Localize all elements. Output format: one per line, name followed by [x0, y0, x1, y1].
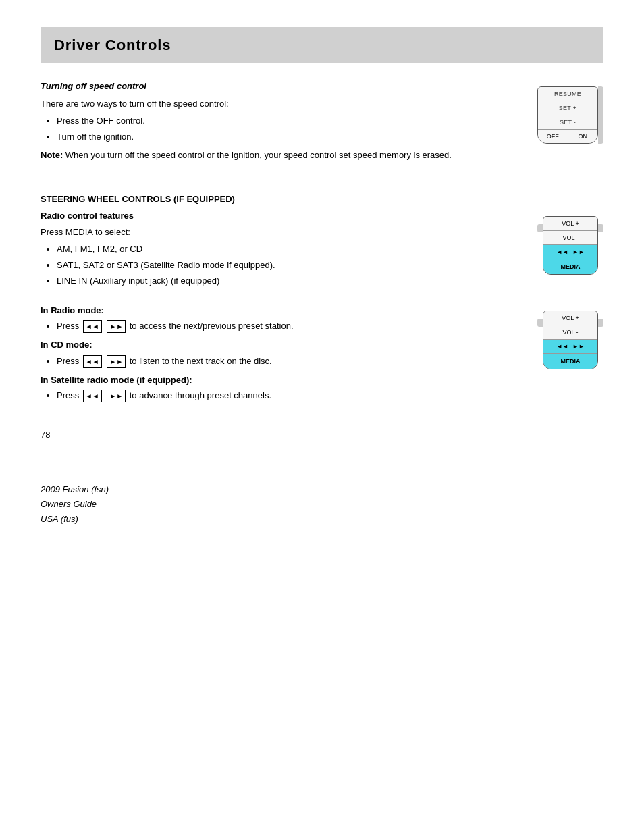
resume-btn: RESUME	[538, 87, 597, 101]
turning-off-intro: There are two ways to turn off the speed…	[41, 97, 524, 111]
vol-minus-btn-2: VOL -	[543, 325, 597, 340]
satellite-mode-bullets: Press ◄◄ ►► to advance through preset ch…	[57, 389, 524, 402]
steering-section: STEERING WHEEL CONTROLS (IF EQUIPPED) Ra…	[41, 192, 603, 409]
page-container: Driver Controls Turning off speed contro…	[41, 27, 603, 527]
list-item: Turn off the ignition.	[57, 130, 524, 144]
footer-line1: 2009 Fusion (fsn)	[41, 482, 603, 497]
speed-panel: RESUME SET + SET - OFF ON	[537, 86, 598, 144]
vol-plus-btn: VOL +	[543, 217, 597, 231]
note-label: Note:	[41, 150, 63, 160]
panel-left-nub	[537, 224, 543, 232]
skip-back-icon-1: ◄◄	[83, 320, 102, 333]
panel-right-nub-2	[598, 319, 603, 327]
cd-mode-heading: In CD mode:	[41, 338, 524, 352]
page-title: Driver Controls	[54, 36, 590, 54]
vol-plus-btn-2: VOL +	[543, 311, 597, 325]
note-body: When you turn off the speed control or t…	[63, 150, 452, 160]
radio-panel-1: VOL + VOL - ◄◄ ►► MEDIA	[543, 216, 598, 275]
cd-mode-bullets: Press ◄◄ ►► to listen to the next track …	[57, 355, 524, 368]
turning-off-text: Turning off speed control There are two …	[41, 80, 524, 167]
turning-off-subtitle: Turning off speed control	[41, 80, 524, 93]
prev-track-icon-2: ◄◄	[556, 343, 568, 350]
radio-features-text: Radio control features Press MEDIA to se…	[41, 209, 524, 293]
page-number: 78	[41, 428, 603, 442]
header-banner: Driver Controls	[41, 27, 603, 63]
radio-panel-wrapper-2: VOL + VOL - ◄◄ ►► MEDIA	[537, 304, 603, 369]
skip-back-icon-3: ◄◄	[83, 390, 102, 402]
footer: 2009 Fusion (fsn) Owners Guide USA (fus)	[41, 482, 603, 527]
skip-back-icon-2: ◄◄	[83, 355, 102, 368]
modes-text: In Radio mode: Press ◄◄ ►► to access the…	[41, 304, 524, 409]
steering-heading: STEERING WHEEL CONTROLS (IF EQUIPPED)	[41, 192, 603, 206]
note-text: Note: When you turn off the speed contro…	[41, 149, 524, 162]
set-minus-btn: SET -	[538, 115, 597, 130]
prev-track-icon: ◄◄	[556, 249, 568, 255]
satellite-mode-post: to advance through preset channels.	[130, 390, 271, 400]
press-label-1: Press	[57, 321, 79, 331]
radio-panel-wrapper-1: VOL + VOL - ◄◄ ►► MEDIA	[537, 209, 603, 275]
skip-fwd-icon-2: ►►	[107, 355, 126, 368]
track-row-1: ◄◄ ►►	[543, 245, 597, 259]
media-btn-2: MEDIA	[543, 354, 597, 369]
radio-mode-bullets: Press ◄◄ ►► to access the next/previous …	[57, 319, 524, 333]
radio-panel-image-1: VOL + VOL - ◄◄ ►► MEDIA	[537, 209, 603, 275]
next-track-icon: ►►	[572, 249, 585, 255]
off-on-row: OFF ON	[538, 130, 597, 143]
set-plus-btn: SET +	[538, 101, 597, 115]
speed-panel-image: RESUME SET + SET - OFF ON	[537, 80, 603, 167]
radio-features-bullets: AM, FM1, FM2, or CD SAT1, SAT2 or SAT3 (…	[57, 242, 524, 288]
skip-fwd-icon-3: ►►	[107, 390, 126, 402]
modes-section: In Radio mode: Press ◄◄ ►► to access the…	[41, 304, 603, 409]
radio-panel-image-2: VOL + VOL - ◄◄ ►► MEDIA	[537, 304, 603, 369]
turning-off-section: Turning off speed control There are two …	[41, 80, 603, 167]
skip-fwd-icon-1: ►►	[107, 320, 126, 333]
off-btn: OFF	[538, 130, 568, 143]
panel-right-nub	[598, 224, 603, 232]
list-item: LINE IN (Auxiliary input jack) (if equip…	[57, 274, 524, 288]
panel-side-nub	[598, 86, 603, 144]
radio-features-heading: Radio control features	[41, 209, 524, 223]
press-label-2: Press	[57, 356, 79, 366]
footer-line3: USA (fus)	[41, 512, 603, 527]
radio-mode-heading: In Radio mode:	[41, 304, 524, 317]
list-item: AM, FM1, FM2, or CD	[57, 242, 524, 256]
track-row-2: ◄◄ ►►	[543, 340, 597, 354]
list-item: Press ◄◄ ►► to listen to the next track …	[57, 355, 524, 368]
radio-features-section: Radio control features Press MEDIA to se…	[41, 209, 603, 293]
list-item: Press the OFF control.	[57, 114, 524, 128]
satellite-mode-heading: In Satellite radio mode (if equipped):	[41, 373, 524, 387]
media-btn-1: MEDIA	[543, 259, 597, 274]
turning-off-bullets: Press the OFF control. Turn off the igni…	[57, 114, 524, 143]
vol-minus-btn: VOL -	[543, 231, 597, 245]
radio-panel-2: VOL + VOL - ◄◄ ►► MEDIA	[543, 311, 598, 369]
list-item: SAT1, SAT2 or SAT3 (Satellite Radio mode…	[57, 259, 524, 272]
next-track-icon-2: ►►	[572, 343, 585, 350]
section-divider	[41, 180, 603, 180]
cd-mode-post: to listen to the next track on the disc.	[130, 356, 272, 366]
footer-line2: Owners Guide	[41, 497, 603, 512]
radio-features-intro: Press MEDIA to select:	[41, 226, 524, 239]
list-item: Press ◄◄ ►► to advance through preset ch…	[57, 389, 524, 402]
radio-mode-post: to access the next/previous preset stati…	[130, 321, 294, 331]
list-item: Press ◄◄ ►► to access the next/previous …	[57, 319, 524, 333]
panel-left-nub-2	[537, 319, 543, 327]
press-label-3: Press	[57, 390, 79, 400]
speed-panel-wrapper: RESUME SET + SET - OFF ON	[537, 80, 603, 144]
on-btn: ON	[568, 130, 598, 143]
